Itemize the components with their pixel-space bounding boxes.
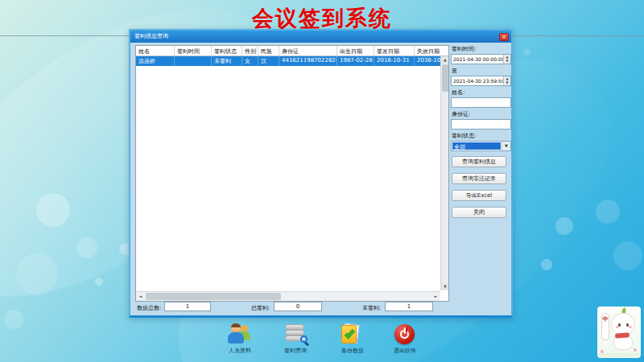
status-dropdown[interactable]: 全部 ▼ [451, 141, 511, 151]
table-row[interactable]: 温连娇 未签到 女 汉 441621198702282481 1987-02-2… [136, 56, 449, 66]
time-from-value[interactable]: 2021-04-30 00:00:00 [451, 54, 511, 64]
spinner-down-icon[interactable]: ▼ [506, 80, 508, 84]
background-bubble [4, 310, 23, 329]
total-count-label: 数据总数: [137, 304, 161, 312]
horizontal-scroll-thumb[interactable] [146, 293, 281, 300]
background-bubble [541, 259, 552, 270]
dock-item-signin-query[interactable]: 签到查询 [278, 323, 313, 355]
power-icon [393, 323, 417, 345]
status-selected-value: 全部 [452, 142, 501, 150]
signin-query-window: 签到信息查询 × 姓名 签到时间 签到状态 性别 民族 身份证 出生日期 签发日… [129, 29, 513, 318]
to-label: 至 [452, 67, 511, 75]
close-window-button[interactable]: 关闭 [452, 207, 506, 218]
mascot-banner: 中 [601, 313, 609, 340]
background-bubble [36, 193, 70, 227]
column-header-name[interactable]: 姓名 [136, 46, 175, 56]
query-signin-button[interactable]: 查询签到信息 [452, 156, 506, 167]
id-input[interactable] [451, 119, 511, 130]
attendee-table[interactable]: 姓名 签到时间 签到状态 性别 民族 身份证 出生日期 签发日期 失效日期 签发… [135, 45, 449, 302]
background-bubble [76, 237, 97, 258]
window-title: 签到信息查询 [134, 31, 499, 43]
column-header-gender[interactable]: 性别 [242, 46, 258, 56]
dock-label-personnel: 人员资料 [222, 347, 258, 355]
scroll-right-icon[interactable]: ► [431, 292, 440, 301]
column-header-issue-date[interactable]: 签发日期 [374, 46, 415, 56]
column-header-expiry-date[interactable]: 失效日期 [415, 46, 449, 56]
status-label: 签到状态: [452, 132, 511, 140]
dock-item-exit[interactable]: 退出软件 [387, 323, 423, 355]
scroll-up-icon[interactable]: ▲ [441, 56, 449, 64]
column-header-birth-date[interactable]: 出生日期 [337, 46, 374, 56]
spinner-icon[interactable]: ▲▼ [503, 76, 510, 85]
cell-signin-time [175, 56, 212, 66]
signed-in-label: 已签到: [251, 304, 270, 312]
signed-in-field[interactable]: 0 [274, 302, 322, 311]
database-search-icon [283, 323, 308, 345]
id-label: 身份证: [452, 110, 511, 118]
spinner-icon[interactable]: ▲▼ [503, 55, 510, 64]
scroll-left-icon[interactable]: ◄ [136, 292, 145, 301]
query-illegal-button[interactable]: 查询非法记录 [452, 173, 506, 184]
mascot-ground [597, 353, 641, 356]
name-label: 姓名: [452, 88, 511, 97]
close-button[interactable]: × [499, 33, 509, 41]
dock-item-personnel[interactable]: 人员资料 [222, 323, 258, 355]
background-bubble [16, 253, 58, 295]
export-excel-button[interactable]: 导出Excel [452, 190, 506, 201]
mascot-head [611, 313, 635, 335]
not-signed-in-field[interactable]: 1 [385, 302, 433, 311]
spinner-down-icon[interactable]: ▼ [506, 59, 508, 63]
not-signed-in-label: 未签到: [362, 304, 381, 312]
time-to-value[interactable]: 2021-04-30 23:59:59 [451, 76, 511, 86]
cell-issue-date: 2018-10-31 [374, 56, 415, 66]
cell-name: 温连娇 [136, 56, 175, 66]
cell-id-number: 441621198702282481 [279, 56, 337, 66]
vertical-scroll-thumb[interactable] [442, 64, 448, 92]
cell-signin-status: 未签到 [212, 56, 242, 66]
column-header-ethnicity[interactable]: 民族 [258, 46, 279, 56]
horizontal-scrollbar[interactable]: ◄ ► [136, 291, 440, 301]
cell-birth-date: 1987-02-28 [337, 56, 374, 66]
backup-data-icon [341, 323, 365, 345]
vertical-scrollbar[interactable]: ▲ ▼ [440, 56, 448, 290]
people-icon [228, 323, 252, 345]
cell-gender: 女 [242, 56, 258, 66]
scroll-down-icon[interactable]: ▼ [441, 283, 449, 290]
name-input[interactable] [451, 97, 511, 108]
total-count-field[interactable]: 1 [164, 302, 211, 311]
dock-label-signin-query: 签到查询 [278, 347, 313, 355]
dock-label-exit: 退出软件 [387, 347, 423, 355]
background-bubble [95, 278, 103, 286]
cell-ethnicity: 汉 [258, 56, 279, 66]
column-header-id-number[interactable]: 身份证 [279, 46, 337, 56]
background-bubble [555, 217, 573, 235]
window-titlebar[interactable]: 签到信息查询 × [130, 31, 511, 43]
mascot-scarf [615, 332, 630, 338]
background-bubble [596, 200, 620, 224]
desktop: 会议签到系统 签到信息查询 × 姓名 签到时间 签到状态 性别 民族 身份证 出… [0, 0, 644, 362]
time-to-picker[interactable]: 2021-04-30 23:59:59 ▲▼ [451, 76, 511, 86]
table-header-row: 姓名 签到时间 签到状态 性别 民族 身份证 出生日期 签发日期 失效日期 签发… [136, 46, 449, 56]
chevron-down-icon[interactable]: ▼ [502, 142, 510, 150]
mascot-image: 中 [597, 306, 641, 358]
time-from-picker[interactable]: 2021-04-30 00:00:00 ▲▼ [451, 54, 511, 64]
dock-label-backup: 备份数据 [335, 347, 370, 355]
close-icon: × [502, 34, 506, 40]
column-header-signin-status[interactable]: 签到状态 [212, 46, 242, 56]
signin-time-label: 签到时间: [452, 45, 511, 53]
column-header-signin-time[interactable]: 签到时间 [175, 46, 212, 56]
dock-item-backup[interactable]: 备份数据 [335, 323, 370, 355]
background-bubble [523, 48, 530, 56]
background-bubble [613, 241, 642, 270]
filter-panel: 签到时间: 2021-04-30 00:00:00 ▲▼ 至 2021-04-3… [451, 45, 511, 311]
